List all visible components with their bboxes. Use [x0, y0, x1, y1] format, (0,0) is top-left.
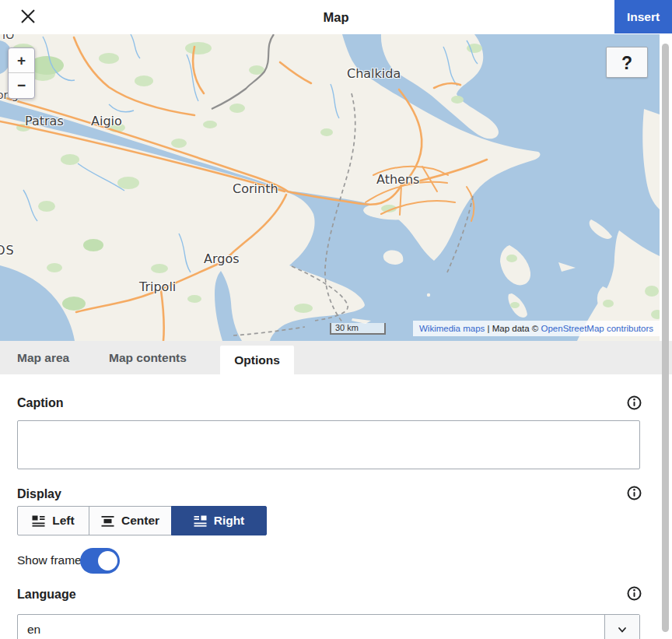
map-attribution: Wikimedia maps | Map data © OpenStreetMa… [413, 321, 660, 336]
caption-label: Caption [17, 396, 64, 410]
tab-bar: Map area Map contents Options [0, 341, 672, 374]
map-label-patras: Patras [25, 114, 64, 128]
page-title: Map [0, 0, 672, 34]
map-label-partial-io: IO [2, 34, 14, 41]
map-canvas[interactable]: Patras Aigio Chalkida Corinth Athens Arg… [0, 34, 660, 341]
caption-info-icon[interactable] [626, 395, 642, 411]
map-label-tripoli: Tripoli [139, 279, 176, 294]
insert-button[interactable]: Insert [614, 0, 672, 33]
display-label: Display [17, 487, 61, 501]
zoom-in-button[interactable]: + [9, 48, 34, 73]
map-graphics [0, 34, 660, 341]
attribution-text: | Map data © [485, 324, 541, 333]
align-center-icon [101, 514, 114, 528]
display-center-button[interactable]: Center [89, 506, 172, 535]
tab-map-area[interactable]: Map area [17, 341, 69, 374]
language-label: Language [17, 588, 76, 602]
language-info-icon[interactable] [626, 585, 642, 602]
language-dropdown-button[interactable] [604, 615, 639, 639]
options-panel: Caption Display Left Center Right Show f… [0, 374, 672, 639]
zoom-out-button[interactable]: − [9, 73, 34, 98]
display-left-label: Left [52, 514, 74, 528]
map-scale-bar: 30 km [330, 323, 386, 335]
map-help-button[interactable]: ? [606, 47, 648, 78]
map-dialog: Map Insert [0, 0, 672, 639]
map-zoom-control: + − [8, 47, 35, 99]
wikimedia-maps-link[interactable]: Wikimedia maps [419, 324, 485, 333]
map-label-corinth: Corinth [233, 181, 278, 196]
align-left-icon [32, 514, 45, 528]
display-left-button[interactable]: Left [17, 506, 89, 535]
display-center-label: Center [121, 514, 159, 528]
tab-map-contents[interactable]: Map contents [109, 341, 187, 374]
map-label-chalkida: Chalkida [347, 66, 401, 81]
show-frame-toggle[interactable] [80, 548, 120, 574]
display-button-group: Left Center Right [17, 506, 267, 535]
language-input[interactable] [18, 615, 616, 639]
map-label-athens: Athens [376, 172, 419, 187]
osm-contributors-link[interactable]: OpenStreetMap contributors [541, 324, 653, 333]
dialog-scrollbar[interactable] [662, 44, 669, 632]
caption-input[interactable] [17, 420, 640, 469]
map-label-argos: Argos [204, 251, 240, 266]
tab-options[interactable]: Options [220, 346, 294, 374]
show-frame-label: Show frame [17, 553, 82, 567]
map-label-partial-os: OS [0, 243, 15, 258]
display-right-button[interactable]: Right [171, 506, 267, 535]
align-right-icon [194, 514, 207, 528]
display-info-icon[interactable] [626, 485, 642, 501]
display-right-label: Right [214, 514, 245, 528]
language-combobox [17, 614, 640, 639]
dialog-header: Map Insert [0, 0, 672, 34]
chevron-down-icon [616, 623, 628, 636]
map-label-aigio: Aigio [91, 114, 122, 128]
toggle-knob [98, 551, 117, 571]
